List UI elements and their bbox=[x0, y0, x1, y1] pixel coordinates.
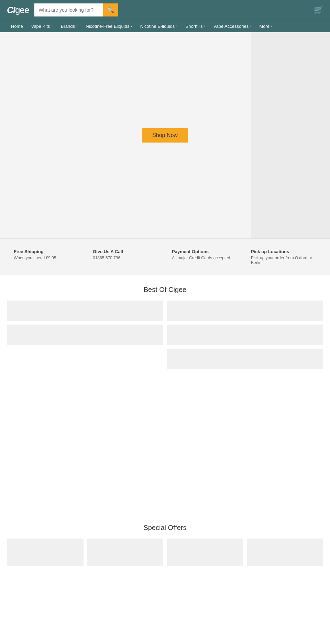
product-card-4[interactable] bbox=[247, 539, 323, 566]
search-button[interactable]: 🔍 bbox=[103, 3, 118, 16]
info-desc-pickup: Pick up your order from Oxford or Berlin bbox=[251, 256, 316, 265]
nav-label-vape-accessories: Vape Accessories bbox=[213, 24, 249, 29]
chevron-icon-more: › bbox=[271, 24, 272, 28]
best-item-5[interactable] bbox=[167, 349, 323, 369]
logo-text: CIgee bbox=[7, 5, 29, 15]
info-title-pickup: Pick up Locations bbox=[251, 249, 316, 254]
nav-label-brands: Brands bbox=[61, 24, 75, 29]
best-of-cigee-title: Best Of Cigee bbox=[7, 286, 323, 294]
nav-item-brands[interactable]: Brands › bbox=[57, 20, 82, 32]
chevron-icon-vape-kits: › bbox=[51, 24, 52, 28]
info-item-call: Give Us A Call 01865 570 796 bbox=[86, 246, 165, 269]
cart-icon[interactable]: 🛒 bbox=[314, 5, 323, 14]
search-icon: 🔍 bbox=[107, 7, 114, 13]
info-item-free-shipping: Free Shipping When you spend £9.95 bbox=[7, 246, 86, 269]
info-desc-call: 01865 570 796 bbox=[93, 256, 158, 260]
product-image-4 bbox=[247, 539, 323, 566]
nav-label-more: More bbox=[259, 24, 270, 29]
special-offers-title: Special Offers bbox=[7, 524, 323, 532]
best-item-4[interactable] bbox=[167, 325, 323, 345]
special-offers-grid bbox=[7, 539, 323, 566]
nav-item-vape-accessories[interactable]: Vape Accessories › bbox=[209, 20, 255, 32]
nav-label-home: Home bbox=[11, 24, 23, 29]
hero-right-stripe bbox=[251, 32, 330, 238]
nav-item-shortfills[interactable]: Shortfills › bbox=[182, 20, 209, 32]
nav-item-nicotine-eliquids[interactable]: Nicotine E-liquids › bbox=[136, 20, 182, 32]
product-card-1[interactable] bbox=[7, 539, 84, 566]
search-wrapper: 🔍 bbox=[34, 3, 118, 16]
nav-label-shortfills: Shortfills bbox=[186, 24, 203, 29]
hero-section: Shop Now bbox=[0, 32, 330, 238]
chevron-icon-brands: › bbox=[76, 24, 77, 28]
nav-item-nicotine-free[interactable]: Nicotine-Free Eliquids › bbox=[81, 20, 136, 32]
info-bar: Free Shipping When you spend £9.95 Give … bbox=[0, 238, 330, 275]
product-image-3 bbox=[167, 539, 243, 566]
shop-now-button[interactable]: Shop Now bbox=[142, 128, 188, 143]
main-navigation: Home Vape Kits › Brands › Nicotine-Free … bbox=[0, 20, 330, 32]
nav-label-nicotine-eliquids: Nicotine E-liquids bbox=[140, 24, 175, 29]
header: CIgee 🔍 🛒 bbox=[0, 0, 330, 20]
search-input[interactable] bbox=[34, 3, 103, 16]
nav-label-nicotine-free: Nicotine-Free Eliquids bbox=[86, 24, 129, 29]
best-item-2[interactable] bbox=[7, 325, 163, 345]
logo[interactable]: CIgee bbox=[7, 5, 29, 15]
chevron-icon-nicotine-eliquids: › bbox=[176, 24, 177, 28]
cart-icon-symbol: 🛒 bbox=[314, 5, 323, 14]
bottom-spacer bbox=[0, 573, 330, 644]
info-title-free-shipping: Free Shipping bbox=[14, 249, 79, 254]
best-grid bbox=[7, 301, 323, 369]
product-card-2[interactable] bbox=[87, 539, 164, 566]
best-item-3[interactable] bbox=[167, 301, 323, 321]
content-spacer bbox=[0, 380, 330, 517]
nav-item-home[interactable]: Home bbox=[7, 20, 27, 32]
info-desc-free-shipping: When you spend £9.95 bbox=[14, 256, 79, 260]
special-offers-section: Special Offers bbox=[0, 517, 330, 573]
chevron-icon-shortfills: › bbox=[204, 24, 205, 28]
best-of-cigee-section: Best Of Cigee bbox=[0, 275, 330, 380]
nav-item-more[interactable]: More › bbox=[255, 20, 276, 32]
best-left-col bbox=[7, 301, 163, 369]
best-item-1[interactable] bbox=[7, 301, 163, 321]
nav-label-vape-kits: Vape Kits bbox=[31, 24, 50, 29]
nav-item-vape-kits[interactable]: Vape Kits › bbox=[27, 20, 57, 32]
chevron-icon-nicotine-free: › bbox=[131, 24, 132, 28]
info-desc-payment: All major Credit Cards accepted bbox=[172, 256, 237, 260]
best-right-col bbox=[167, 301, 323, 369]
info-item-payment: Payment Options All major Credit Cards a… bbox=[165, 246, 244, 269]
info-title-payment: Payment Options bbox=[172, 249, 237, 254]
chevron-icon-vape-accessories: › bbox=[250, 24, 251, 28]
info-title-call: Give Us A Call bbox=[93, 249, 158, 254]
info-item-pickup: Pick up Locations Pick up your order fro… bbox=[244, 246, 323, 269]
product-card-3[interactable] bbox=[167, 539, 243, 566]
product-image-2 bbox=[87, 539, 164, 566]
product-image-1 bbox=[7, 539, 84, 566]
